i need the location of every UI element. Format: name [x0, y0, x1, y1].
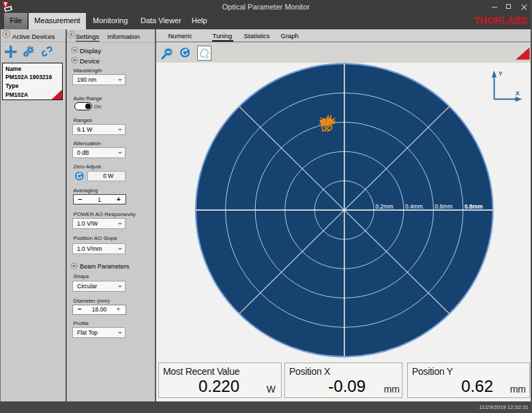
- svg-text:LABS: LABS: [501, 16, 527, 25]
- svg-text:0.6mm: 0.6mm: [435, 203, 453, 210]
- svg-text:0.4mm: 0.4mm: [405, 203, 423, 210]
- svg-text:0.8mm: 0.8mm: [464, 203, 483, 210]
- svg-text:THOR: THOR: [474, 16, 501, 25]
- svg-text:Y: Y: [499, 70, 503, 77]
- svg-text:X: X: [516, 89, 520, 97]
- svg-text:0.2mm: 0.2mm: [376, 203, 394, 210]
